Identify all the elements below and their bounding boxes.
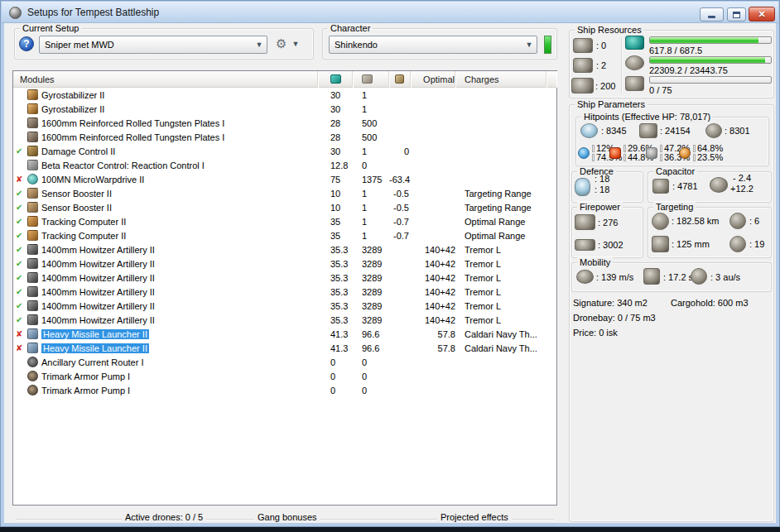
- fitted-check-icon: ✔: [13, 146, 26, 156]
- firepower-group: Firepower : 276 : 3002: [571, 207, 643, 258]
- column-header-optimal[interactable]: Optimal: [411, 71, 455, 88]
- maximize-icon: [733, 12, 740, 18]
- table-row[interactable]: ✘Heavy Missile Launcher II41.396.657.8Ca…: [13, 341, 556, 355]
- targeting-group: Targeting : 182.58 km : 6 : 125 mm : 19: [648, 207, 772, 258]
- tracking-computer-icon: [27, 216, 38, 227]
- module-icon-cell: [26, 300, 41, 311]
- module-charges-value: Tremor L: [455, 245, 556, 255]
- speed-value: : 139 m/s: [596, 272, 633, 282]
- minimize-icon: [708, 16, 715, 18]
- module-name: 1400mm Howitzer Artillery II: [41, 259, 318, 269]
- setup-select[interactable]: Sniper met MWD ▼: [39, 36, 267, 54]
- title-bar[interactable]: Setups for Tempest Battleship: [2, 2, 778, 23]
- module-cpu-value: 35.3: [318, 259, 353, 269]
- powergrid-usage-value: 22309.2 / 23443.75: [649, 65, 728, 75]
- hitpoints-label: Hitpoints (Effective HP: 78,017): [581, 112, 713, 122]
- minimize-button[interactable]: [700, 7, 724, 22]
- character-select[interactable]: Shinkendo ▼: [329, 36, 537, 54]
- em-resist-icon: [578, 147, 590, 159]
- fitted-check-icon: ✔: [13, 287, 26, 296]
- table-row[interactable]: ✘Heavy Missile Launcher II41.396.657.8Ca…: [13, 327, 556, 341]
- module-cpu-value: 35.3: [318, 315, 353, 325]
- dronebay-usage-value: 0 / 75: [649, 85, 672, 95]
- fitted-check-icon: ✔: [13, 203, 26, 212]
- table-row[interactable]: Beta Reactor Control: Reaction Control I…: [13, 158, 556, 172]
- module-powergrid-value: 500: [353, 118, 389, 128]
- module-charges-value: Tremor L: [455, 273, 556, 283]
- module-cpu-value: 28: [318, 132, 353, 142]
- sensor-booster-icon: [27, 188, 38, 199]
- defence-top-value: : 18: [595, 174, 609, 184]
- module-icon-cell: [26, 202, 41, 213]
- fitted-check-icon: ✔: [13, 315, 26, 324]
- ship-parameters-label: Ship Parameters: [575, 99, 648, 109]
- table-row[interactable]: ✔1400mm Howitzer Artillery II35.33289140…: [13, 313, 556, 327]
- column-header-capacitor[interactable]: [389, 71, 411, 88]
- window: Setups for Tempest Battleship ✕ Current …: [0, 0, 780, 527]
- help-icon[interactable]: ?: [19, 36, 34, 51]
- cpu-icon: [625, 36, 644, 50]
- close-button[interactable]: ✕: [749, 7, 775, 22]
- table-row[interactable]: ✔1400mm Howitzer Artillery II35.33289140…: [13, 299, 556, 313]
- module-powergrid-value: 96.6: [353, 329, 389, 339]
- character-label: Character: [328, 23, 373, 33]
- table-row[interactable]: Gyrostabilizer II301: [13, 102, 556, 116]
- table-row[interactable]: ✔Tracking Computer II351-0.7Optimal Rang…: [13, 228, 556, 242]
- table-row[interactable]: Ancillary Current Router I00: [13, 355, 556, 369]
- table-row[interactable]: ✘100MN MicroWarpdrive II751375-63.4: [13, 172, 556, 186]
- defence-bottom-value: : 18: [595, 185, 609, 194]
- armor-plate-icon: [27, 132, 38, 142]
- module-powergrid-value: 3289: [353, 259, 389, 269]
- table-row[interactable]: 1600mm Reinforced Rolled Tungsten Plates…: [13, 130, 556, 144]
- module-icon-cell: [26, 132, 41, 142]
- column-header-powergrid[interactable]: [353, 71, 389, 88]
- module-optimal-value: 140+42: [411, 259, 455, 269]
- module-capacitor-value: -63.4: [389, 175, 411, 185]
- cpu-bar: [649, 36, 772, 44]
- table-row[interactable]: Trimark Armor Pump I00: [13, 369, 556, 383]
- fitted-check-icon: ✔: [13, 273, 26, 282]
- signature-value: Signature: 340 m2: [573, 298, 648, 308]
- table-row[interactable]: ✔Tracking Computer II351-0.7Optimal Rang…: [13, 214, 556, 228]
- modules-table-header[interactable]: Modules Optimal Charges: [13, 71, 556, 88]
- capacitor-icon: [395, 74, 404, 84]
- offline-cross-icon: ✘: [13, 343, 26, 352]
- column-header-charges[interactable]: Charges: [455, 71, 546, 88]
- dronebay-bar: [649, 76, 772, 84]
- module-cpu-value: 35.3: [318, 301, 353, 311]
- reactor-control-icon: [27, 160, 38, 170]
- table-row[interactable]: ✔Sensor Booster II101-0.5Targeting Range: [13, 186, 556, 200]
- turret-hardpoints-value: : 0: [596, 41, 606, 50]
- table-row[interactable]: ✔1400mm Howitzer Artillery II35.33289140…: [13, 285, 556, 299]
- module-cpu-value: 35.3: [318, 273, 353, 283]
- module-charges-value: Tremor L: [455, 287, 556, 297]
- table-row[interactable]: ✔1400mm Howitzer Artillery II35.33289140…: [13, 242, 556, 256]
- table-row[interactable]: ✔Damage Control II3010: [13, 144, 556, 158]
- module-icon-cell: [26, 117, 41, 128]
- capacitor-label: Capacitor: [653, 166, 697, 176]
- sensor-booster-icon: [27, 202, 38, 213]
- setup-tools-button[interactable]: ⚙ ▼: [276, 36, 311, 52]
- module-name: 1400mm Howitzer Artillery II: [41, 301, 318, 311]
- maximize-button[interactable]: [727, 7, 746, 22]
- cargohold-value: Cargohold: 600 m3: [671, 298, 749, 308]
- table-row[interactable]: ✔Sensor Booster II101-0.5Targeting Range: [13, 200, 556, 214]
- module-name: Gyrostabilizer II: [41, 90, 318, 100]
- module-charges-value: Tremor L: [455, 301, 556, 311]
- table-row[interactable]: Gyrostabilizer II301: [13, 88, 556, 102]
- module-capacitor-value: -0.7: [389, 231, 411, 241]
- table-row[interactable]: 1600mm Reinforced Rolled Tungsten Plates…: [13, 116, 556, 130]
- table-row[interactable]: Trimark Armor Pump I00: [13, 383, 556, 397]
- capacitor-delta-top: - 2.4: [733, 173, 751, 183]
- dps-value: : 276: [598, 218, 618, 228]
- module-powergrid-value: 96.6: [353, 343, 389, 353]
- targeting-range-icon: [652, 213, 669, 230]
- column-header-cpu[interactable]: [318, 71, 353, 88]
- fitted-check-icon: ✔: [13, 189, 26, 198]
- table-row[interactable]: ✔1400mm Howitzer Artillery II35.33289140…: [13, 271, 556, 285]
- module-powergrid-value: 1: [353, 90, 389, 100]
- defence-group: Defence : 18 : 18: [571, 171, 643, 203]
- module-powergrid-value: 3289: [353, 287, 389, 297]
- table-row[interactable]: ✔1400mm Howitzer Artillery II35.33289140…: [13, 256, 556, 271]
- column-header-modules[interactable]: Modules: [13, 71, 318, 88]
